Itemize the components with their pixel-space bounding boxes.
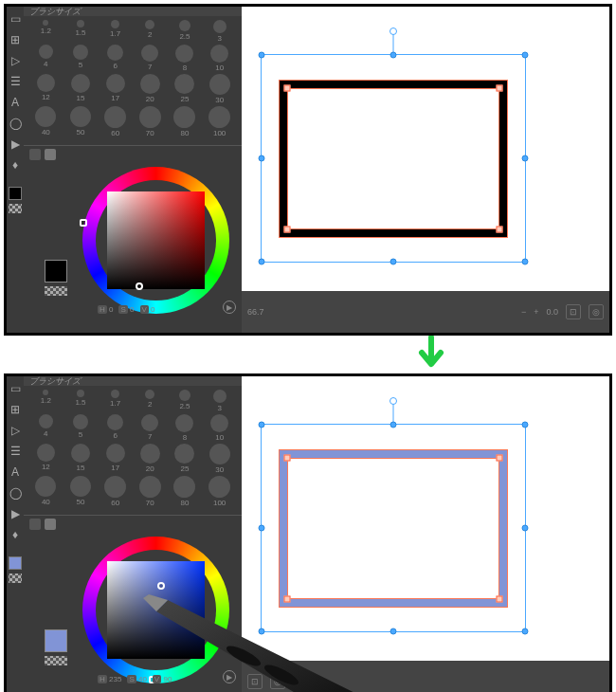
- flame-tool-icon[interactable]: ♦: [9, 528, 22, 541]
- brush-preset[interactable]: 50: [66, 106, 96, 137]
- brush-preset[interactable]: 3: [205, 390, 234, 412]
- brush-preset[interactable]: 15: [66, 444, 96, 474]
- grid-toggle-icon[interactable]: ⊡: [566, 304, 581, 319]
- brush-preset[interactable]: 3: [205, 20, 234, 43]
- table-tool-icon[interactable]: ☰: [9, 445, 22, 458]
- shape-corner-handle[interactable]: [284, 227, 291, 233]
- foreground-swatch[interactable]: [9, 187, 22, 200]
- brush-preset[interactable]: 80: [171, 476, 200, 507]
- resize-handle[interactable]: [522, 628, 529, 635]
- brush-preset[interactable]: 12: [31, 444, 61, 474]
- brush-preset[interactable]: 5: [66, 414, 96, 442]
- sv-box[interactable]: [107, 191, 205, 289]
- plus-icon[interactable]: +: [534, 307, 538, 317]
- brush-preset[interactable]: 1.7: [100, 390, 130, 412]
- brush-preset[interactable]: 2: [136, 390, 165, 412]
- brush-preset[interactable]: 25: [171, 444, 200, 474]
- sv-handle[interactable]: [157, 582, 165, 590]
- table-tool-icon[interactable]: ☰: [9, 75, 22, 88]
- resize-handle[interactable]: [259, 259, 265, 265]
- brush-preset[interactable]: 8: [171, 414, 200, 442]
- resize-handle[interactable]: [259, 525, 265, 532]
- brush-preset[interactable]: 15: [66, 74, 96, 104]
- brush-preset[interactable]: 6: [100, 45, 130, 72]
- transparent-swatch[interactable]: [9, 204, 22, 213]
- text-tool-icon[interactable]: A: [9, 96, 22, 109]
- poly-tool-icon[interactable]: ▷: [9, 424, 22, 437]
- brush-preset[interactable]: 60: [100, 476, 130, 507]
- resize-handle[interactable]: [259, 52, 265, 59]
- brush-preset[interactable]: 7: [136, 45, 165, 72]
- brush-preset[interactable]: 2.5: [171, 390, 200, 412]
- grid-tool-icon[interactable]: ⊞: [9, 33, 22, 46]
- resize-handle[interactable]: [259, 155, 265, 162]
- brush-preset[interactable]: 1.5: [66, 20, 96, 43]
- resize-handle[interactable]: [522, 259, 529, 265]
- brush-preset[interactable]: 30: [205, 74, 234, 104]
- select-tool-icon[interactable]: ▶: [9, 137, 22, 151]
- transparent-toggle[interactable]: [45, 286, 67, 296]
- shape-corner-handle[interactable]: [497, 455, 503, 462]
- resize-handle[interactable]: [259, 628, 265, 635]
- poly-tool-icon[interactable]: ▷: [9, 54, 22, 67]
- canvas-area[interactable]: [242, 7, 609, 291]
- brush-preset[interactable]: 2: [136, 20, 165, 43]
- selected-color-swatch[interactable]: [45, 629, 67, 652]
- brush-preset[interactable]: 80: [171, 106, 200, 137]
- shape-corner-handle[interactable]: [284, 455, 291, 462]
- rotation-pivot[interactable]: [390, 27, 397, 35]
- brush-preset[interactable]: 17: [100, 444, 130, 474]
- brush-preset[interactable]: 1.2: [31, 20, 61, 43]
- brush-preset[interactable]: 70: [136, 106, 165, 137]
- rectangle-shape[interactable]: [280, 81, 507, 237]
- rotation-pivot[interactable]: [390, 397, 397, 405]
- lasso-tool-icon[interactable]: ◯: [9, 117, 22, 130]
- brush-preset[interactable]: 100: [205, 106, 234, 137]
- resize-handle[interactable]: [390, 422, 397, 428]
- shape-corner-handle[interactable]: [497, 85, 503, 92]
- flame-tool-icon[interactable]: ♦: [9, 158, 22, 172]
- rect-tool-icon[interactable]: ▭: [9, 12, 22, 26]
- brush-preset[interactable]: 12: [31, 74, 61, 104]
- foreground-swatch[interactable]: [9, 556, 22, 570]
- brush-preset[interactable]: 2.5: [171, 20, 200, 43]
- shape-corner-handle[interactable]: [284, 85, 291, 92]
- brush-preset[interactable]: 20: [136, 74, 165, 104]
- brush-preset[interactable]: 40: [31, 476, 61, 507]
- color-wheel[interactable]: [82, 167, 229, 314]
- sv-box[interactable]: [107, 561, 205, 659]
- resize-handle[interactable]: [390, 52, 397, 59]
- brush-preset[interactable]: 40: [31, 106, 61, 137]
- resize-handle[interactable]: [522, 525, 529, 532]
- center-icon[interactable]: ◎: [589, 304, 604, 319]
- brush-preset[interactable]: 60: [100, 106, 130, 137]
- rectangle-shape[interactable]: [280, 450, 507, 607]
- center-icon[interactable]: ◎: [270, 674, 285, 689]
- hue-handle[interactable]: [80, 219, 87, 227]
- brush-preset[interactable]: 50: [66, 476, 96, 507]
- resize-handle[interactable]: [522, 155, 529, 162]
- brush-preset[interactable]: 17: [100, 74, 130, 104]
- brush-preset[interactable]: 6: [100, 414, 130, 442]
- select-tool-icon[interactable]: ▶: [9, 507, 22, 520]
- text-tool-icon[interactable]: A: [9, 465, 22, 479]
- brush-preset[interactable]: 20: [136, 444, 165, 474]
- brush-preset[interactable]: 7: [136, 414, 165, 442]
- resize-handle[interactable]: [522, 422, 529, 428]
- brush-preset[interactable]: 4: [31, 414, 61, 442]
- grid-tool-icon[interactable]: ⊞: [9, 403, 22, 416]
- stop-icon[interactable]: [45, 149, 56, 160]
- stop-icon[interactable]: [45, 519, 56, 530]
- brush-preset[interactable]: 1.2: [31, 390, 61, 412]
- resize-handle[interactable]: [522, 52, 529, 59]
- brush-preset[interactable]: 1.5: [66, 390, 96, 412]
- shape-corner-handle[interactable]: [497, 596, 503, 603]
- transparent-swatch[interactable]: [9, 574, 22, 583]
- brush-preset[interactable]: 1.7: [100, 20, 130, 43]
- shape-corner-handle[interactable]: [284, 596, 291, 603]
- lasso-tool-icon[interactable]: ◯: [9, 486, 22, 500]
- menu-icon[interactable]: [29, 149, 41, 160]
- brush-preset[interactable]: 10: [205, 45, 234, 72]
- minus-icon[interactable]: −: [521, 307, 526, 317]
- brush-preset[interactable]: 70: [136, 476, 165, 507]
